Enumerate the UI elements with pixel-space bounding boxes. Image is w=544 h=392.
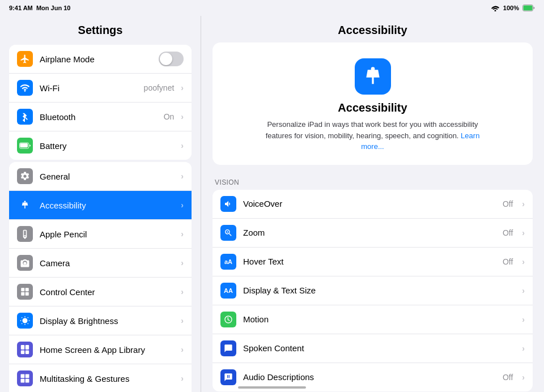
- battery-chevron: ›: [181, 141, 184, 150]
- display-brightness-icon: [17, 313, 33, 329]
- battery-icon: [522, 5, 535, 11]
- settings-row-display-text-size[interactable]: AA Display & Text Size ›: [212, 276, 533, 305]
- sidebar-item-home-screen[interactable]: Home Screen & App Library ›: [9, 335, 192, 364]
- control-center-chevron: ›: [181, 287, 184, 296]
- zoom-value: Off: [503, 228, 513, 237]
- accessibility-label: Accessibility: [40, 201, 174, 210]
- status-bar-time: 9:41 AM Mon Jun 10: [9, 5, 70, 11]
- svg-point-9: [23, 318, 27, 323]
- svg-rect-12: [21, 351, 24, 354]
- sidebar-item-bluetooth[interactable]: Bluetooth On ›: [9, 103, 192, 131]
- control-center-icon: [17, 284, 33, 300]
- hover-text-chevron: ›: [522, 257, 525, 266]
- sidebar-section-network: Airplane Mode Wi-Fi poofynet › Bluetooth: [9, 45, 192, 160]
- spoken-content-icon: [220, 340, 236, 356]
- svg-rect-10: [21, 345, 24, 350]
- airplane-mode-icon: [17, 51, 33, 67]
- multitasking-label: Multitasking & Gestures: [40, 374, 174, 384]
- bluetooth-value: On: [164, 112, 175, 121]
- home-screen-icon: [17, 342, 33, 357]
- svg-rect-5: [21, 288, 24, 291]
- settings-row-voiceover[interactable]: VoiceOver Off ›: [212, 190, 533, 219]
- audio-descriptions-chevron: ›: [522, 373, 525, 382]
- general-chevron: ›: [181, 172, 184, 181]
- spoken-content-label: Spoken Content: [243, 343, 515, 353]
- accessibility-chevron: ›: [181, 201, 184, 210]
- apple-pencil-chevron: ›: [181, 229, 184, 238]
- main-content: Accessibility Personalize iPad in ways t…: [201, 42, 544, 392]
- voiceover-icon: [220, 196, 236, 212]
- control-center-label: Control Center: [40, 287, 174, 297]
- display-text-size-icon: AA: [220, 283, 236, 299]
- audio-descriptions-label: Audio Descriptions: [243, 372, 496, 382]
- accessibility-icon: [17, 197, 33, 213]
- camera-label: Camera: [40, 258, 174, 268]
- settings-row-motion[interactable]: Motion ›: [212, 305, 533, 334]
- camera-chevron: ›: [181, 258, 184, 267]
- svg-rect-11: [26, 345, 29, 350]
- bluetooth-label: Bluetooth: [40, 112, 157, 122]
- sidebar-scroll: Airplane Mode Wi-Fi poofynet › Bluetooth: [0, 42, 201, 392]
- ipad-screen: Settings Airplane Mode Wi-Fi poofynet: [0, 16, 544, 392]
- sidebar: Settings Airplane Mode Wi-Fi poofynet: [0, 16, 201, 392]
- home-screen-chevron: ›: [181, 345, 184, 354]
- sidebar-item-battery[interactable]: Battery ›: [9, 131, 192, 160]
- display-text-size-label: Display & Text Size: [243, 286, 515, 295]
- settings-row-spoken-content[interactable]: Spoken Content ›: [212, 334, 533, 363]
- multitasking-icon: [17, 370, 33, 386]
- home-indicator: [238, 386, 306, 389]
- zoom-chevron: ›: [522, 228, 525, 237]
- battery-settings-icon: [17, 138, 33, 154]
- svg-rect-6: [26, 288, 29, 291]
- battery-label: Battery: [40, 141, 174, 151]
- camera-icon: [17, 255, 33, 271]
- svg-rect-8: [26, 292, 29, 296]
- wifi-icon: [17, 80, 33, 96]
- wifi-icon: [491, 5, 500, 11]
- motion-icon: [220, 312, 236, 327]
- battery-indicator: 100%: [503, 5, 519, 11]
- sidebar-item-accessibility[interactable]: Accessibility ›: [9, 191, 192, 220]
- wifi-label: Wi-Fi: [40, 83, 137, 93]
- apple-pencil-icon: [17, 226, 33, 242]
- airplane-mode-toggle[interactable]: [159, 52, 184, 66]
- settings-row-zoom[interactable]: Zoom Off ›: [212, 219, 533, 248]
- hero-title: Accessibility: [338, 101, 407, 114]
- status-bar-right: 100%: [491, 5, 535, 11]
- multitasking-chevron: ›: [181, 374, 184, 383]
- sidebar-item-multitasking[interactable]: Multitasking & Gestures ›: [9, 364, 192, 392]
- svg-rect-17: [26, 379, 29, 383]
- sidebar-item-display-brightness[interactable]: Display & Brightness ›: [9, 306, 192, 335]
- sidebar-item-control-center[interactable]: Control Center ›: [9, 278, 192, 306]
- hover-text-icon: aA: [220, 254, 236, 270]
- spoken-content-chevron: ›: [522, 344, 525, 353]
- sidebar-item-camera[interactable]: Camera ›: [9, 249, 192, 278]
- airplane-mode-label: Airplane Mode: [40, 54, 152, 64]
- display-brightness-chevron: ›: [181, 316, 184, 325]
- voiceover-label: VoiceOver: [243, 199, 496, 208]
- apple-pencil-label: Apple Pencil: [40, 229, 174, 239]
- voiceover-value: Off: [503, 199, 513, 208]
- home-screen-label: Home Screen & App Library: [40, 345, 174, 355]
- svg-rect-7: [21, 292, 24, 296]
- main-title: Accessibility: [201, 16, 544, 42]
- sidebar-item-wifi[interactable]: Wi-Fi poofynet ›: [9, 74, 192, 103]
- settings-row-hover-text[interactable]: aA Hover Text Off ›: [212, 248, 533, 276]
- sidebar-section-system: General › Accessibility › Apple Pencil ›: [9, 162, 192, 392]
- sidebar-item-general[interactable]: General ›: [9, 162, 192, 191]
- general-label: General: [40, 172, 174, 181]
- sidebar-title: Settings: [0, 16, 201, 42]
- sidebar-item-apple-pencil[interactable]: Apple Pencil ›: [9, 220, 192, 249]
- hover-text-label: Hover Text: [243, 257, 496, 266]
- voiceover-chevron: ›: [522, 199, 525, 208]
- svg-rect-13: [26, 351, 29, 354]
- audio-descriptions-icon: [220, 369, 236, 385]
- sidebar-item-airplane-mode[interactable]: Airplane Mode: [9, 45, 192, 74]
- general-icon: [17, 168, 33, 184]
- bluetooth-icon: [17, 109, 33, 125]
- hero-card: Accessibility Personalize iPad in ways t…: [212, 42, 533, 165]
- svg-rect-15: [26, 374, 29, 378]
- vision-section-label: VISION: [212, 178, 533, 190]
- display-text-size-chevron: ›: [522, 286, 525, 295]
- bluetooth-chevron: ›: [181, 112, 184, 121]
